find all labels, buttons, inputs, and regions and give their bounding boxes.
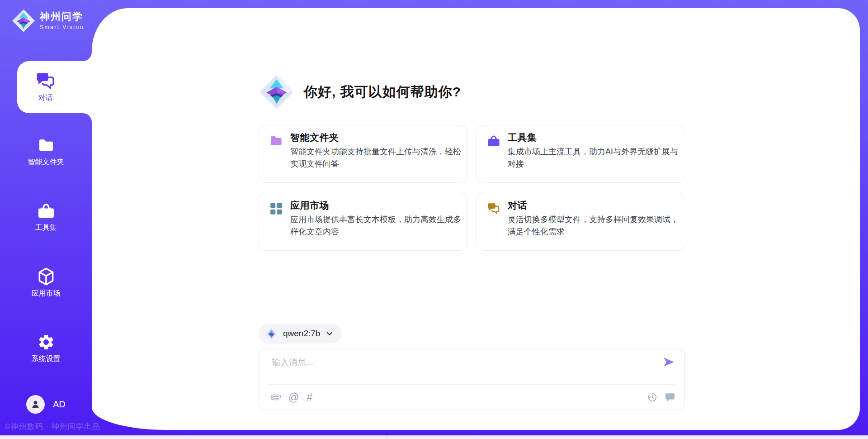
send-icon <box>662 356 675 368</box>
app-name: 神州问学 <box>40 11 84 22</box>
tab-connector-top <box>83 52 92 61</box>
hashtag-button[interactable]: # <box>307 392 312 403</box>
sidebar-item-smart-folder[interactable]: 智能文件夹 <box>0 136 92 167</box>
apps-grid-icon <box>270 202 283 215</box>
sidebar: 神州问学 Smart Vision 对话 智能文件夹 工具集 应用市场 系统设置 <box>0 0 92 435</box>
feature-card-app-market[interactable]: 应用市场 应用市场提供丰富长文本模板，助力高效生成多样化文章内容 <box>259 193 468 251</box>
card-title: 工具集 <box>508 131 537 144</box>
feature-card-smart-folder[interactable]: 智能文件夹 智能文件夹功能支持批量文件上传与清洗，轻松实现文件问答 <box>259 125 468 183</box>
model-name: qwen2:7b <box>283 329 320 339</box>
composer-toolbar: @ # <box>271 390 675 405</box>
user-name: AD <box>53 399 66 410</box>
card-title: 智能文件夹 <box>290 131 339 144</box>
mention-button[interactable]: @ <box>288 392 299 403</box>
sidebar-item-label: 系统设置 <box>32 354 61 364</box>
chat-icon <box>487 202 500 215</box>
assistant-logo-icon <box>259 74 294 110</box>
card-description: 智能文件夹功能支持批量文件上传与清洗，轻松实现文件问答 <box>290 146 468 170</box>
send-button[interactable] <box>661 355 676 370</box>
chat-bubble-icon <box>665 392 675 402</box>
message-input[interactable] <box>271 355 646 370</box>
person-icon <box>30 399 41 410</box>
folder-icon <box>270 134 283 147</box>
sidebar-item-chat[interactable]: 对话 <box>17 61 94 113</box>
feature-card-toolset[interactable]: 工具集 集成市场上主流工具，助力AI与外界无缝扩展与对接 <box>476 125 685 183</box>
greeting-row: 你好, 我可以如何帮助你? <box>259 74 461 110</box>
sidebar-item-app-market[interactable]: 应用市场 <box>0 267 92 298</box>
model-selector[interactable]: qwen2:7b <box>259 324 342 344</box>
sidebar-item-label: 智能文件夹 <box>28 157 64 167</box>
tab-connector-bottom <box>83 113 92 122</box>
chat-icon <box>36 72 55 90</box>
history-button[interactable] <box>647 392 657 402</box>
card-description: 灵活切换多模型文件，支持多样回复效果调试，满足个性化需求 <box>508 214 686 238</box>
bottom-strip <box>0 435 868 439</box>
chevron-down-icon <box>326 332 333 336</box>
brand-diamond-icon <box>12 9 35 33</box>
composer-divider <box>268 384 675 385</box>
sidebar-item-toolset[interactable]: 工具集 <box>0 202 92 233</box>
sidebar-item-label: 工具集 <box>35 223 57 233</box>
message-composer: @ # <box>259 348 685 410</box>
card-description: 集成市场上主流工具，助力AI与外界无缝扩展与对接 <box>508 146 686 170</box>
card-title: 对话 <box>508 199 527 212</box>
sidebar-item-settings[interactable]: 系统设置 <box>0 333 92 364</box>
card-description: 应用市场提供丰富长文本模板，助力高效生成多样化文章内容 <box>290 214 468 238</box>
attach-button[interactable] <box>271 392 281 402</box>
sidebar-item-label: 应用市场 <box>32 289 61 298</box>
card-title: 应用市场 <box>290 199 329 212</box>
toolbox-icon <box>487 134 500 147</box>
app-window: 你好, 我可以如何帮助你? 智能文件夹 智能文件夹功能支持批量文件上传与清洗，轻… <box>0 0 868 439</box>
feature-card-chat[interactable]: 对话 灵活切换多模型文件，支持多样回复效果调试，满足个性化需求 <box>476 193 685 251</box>
toolbox-icon <box>37 202 55 220</box>
copyright-footer: ©神州数码 · 神州问学出品 <box>5 421 100 432</box>
brand-text: 神州问学 Smart Vision <box>40 11 84 30</box>
brand-diamond-icon <box>265 328 278 340</box>
app-logo: 神州问学 Smart Vision <box>12 9 84 33</box>
avatar <box>26 395 45 414</box>
feature-cards: 智能文件夹 智能文件夹功能支持批量文件上传与清洗，轻松实现文件问答 工具集 集成… <box>259 125 685 251</box>
folder-icon <box>37 136 55 154</box>
history-icon <box>647 392 657 402</box>
sidebar-item-label: 对话 <box>38 93 53 103</box>
cube-icon <box>37 267 55 286</box>
chat-bubble-button[interactable] <box>665 392 675 402</box>
main-panel: 你好, 我可以如何帮助你? 智能文件夹 智能文件夹功能支持批量文件上传与清洗，轻… <box>92 8 860 430</box>
gear-icon <box>37 333 55 351</box>
paperclip-icon <box>269 390 283 404</box>
user-profile[interactable]: AD <box>26 395 66 414</box>
greeting-title: 你好, 我可以如何帮助你? <box>304 83 461 101</box>
app-subtitle: Smart Vision <box>40 24 84 30</box>
